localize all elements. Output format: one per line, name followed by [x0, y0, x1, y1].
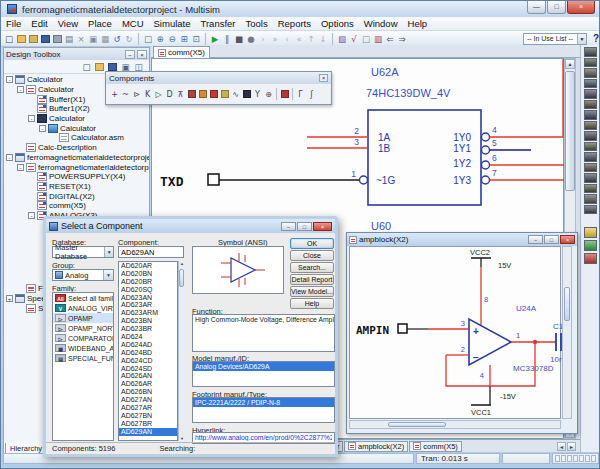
close-icon[interactable]: × — [560, 235, 575, 244]
place-cmos-icon[interactable]: ⊼ — [175, 87, 186, 101]
remove-breakpoint-icon[interactable]: ↓ — [317, 32, 329, 45]
scrollbar-thumb[interactable] — [179, 269, 184, 287]
multimeter-icon[interactable] — [584, 47, 597, 57]
erc-check-icon[interactable]: √ — [348, 32, 360, 45]
logic-converter-icon[interactable] — [584, 142, 597, 152]
tree-expander[interactable]: - — [28, 212, 35, 219]
vcc2-label[interactable]: VCC2 — [470, 248, 490, 257]
close-button[interactable]: Close — [290, 250, 334, 261]
component-wizard-icon[interactable]: ▧ — [336, 32, 348, 45]
tree-expander[interactable]: - — [28, 115, 35, 122]
component-item[interactable]: AD624CD — [119, 357, 177, 365]
toggle-breakpoint-icon[interactable]: ↑ — [305, 32, 317, 45]
place-advanced-peripherals-icon[interactable] — [241, 87, 252, 101]
step-out-icon[interactable]: ‹ — [281, 32, 293, 45]
view-model-button[interactable]: View Model... — [290, 286, 334, 297]
spectrum-analyzer-icon[interactable] — [584, 173, 597, 183]
u60-refdes[interactable]: U60 — [371, 220, 391, 232]
step-over-icon[interactable]: » — [269, 32, 281, 45]
place-ttl-icon[interactable]: D — [164, 87, 175, 101]
minimize-panel-icon[interactable]: − — [125, 50, 135, 59]
component-item[interactable]: AD624 — [119, 333, 177, 341]
close-icon[interactable]: × — [319, 74, 328, 82]
tree-item[interactable]: comm(X5) — [28, 201, 149, 211]
place-mcu-icon[interactable] — [279, 87, 290, 101]
scroll-up-icon[interactable]: ▲ — [179, 261, 185, 266]
place-hierarchical-block-icon[interactable]: Γ — [295, 87, 306, 101]
decoder-refdes[interactable]: U62A — [371, 66, 399, 78]
menu-item[interactable]: Simulate — [149, 17, 196, 30]
place-rf-icon[interactable]: Y — [252, 87, 263, 101]
place-transistor-icon[interactable]: K — [142, 87, 153, 101]
capture-region-icon[interactable]: □ — [360, 32, 372, 45]
logic-analyzer-icon[interactable] — [584, 131, 597, 141]
footprint-list[interactable]: IPC-2221A/2222 / PDIP-N-8 — [192, 397, 335, 423]
components-toolbar-title-bar[interactable]: Components × — [106, 72, 331, 84]
component-item[interactable]: AD620BR — [119, 278, 177, 286]
menu-item[interactable]: Place — [83, 17, 117, 30]
txd-terminal[interactable] — [208, 174, 219, 185]
component-item[interactable]: AD620BN — [119, 270, 177, 278]
word-generator-icon[interactable] — [584, 121, 597, 131]
maximize-icon[interactable]: □ — [544, 235, 559, 244]
component-item[interactable]: AD626BN — [119, 388, 177, 396]
component-item[interactable]: AD624BD — [119, 349, 177, 357]
redo-icon[interactable]: ↻ — [123, 32, 135, 45]
tree-item[interactable]: Calculator.asm — [50, 133, 149, 143]
scroll-down-icon[interactable]: ▼ — [179, 436, 185, 441]
component-item[interactable]: AD627AN — [119, 396, 177, 404]
scrollbar-thumb[interactable] — [564, 287, 570, 321]
ni-elvis-icon[interactable] — [584, 240, 597, 251]
opamp-part-number[interactable]: MC33078D — [513, 364, 554, 373]
four-channel-oscilloscope-icon[interactable] — [584, 89, 597, 99]
new-schematic-icon[interactable]: □ — [80, 60, 93, 73]
run-to-cursor-icon[interactable]: « — [293, 32, 305, 45]
sheet-tab[interactable]: ampblock(X2) — [344, 441, 408, 452]
labview-instruments-icon[interactable] — [584, 227, 597, 238]
step-into-icon[interactable]: › — [257, 32, 269, 45]
ampblock-title-bar[interactable]: ampblock(X2) −□× — [347, 233, 577, 246]
print-icon[interactable] — [51, 32, 63, 45]
minimize-icon[interactable]: − — [528, 235, 543, 244]
group-dropdown[interactable]: Analog▼ — [52, 269, 114, 281]
agilent-function-generator-icon[interactable] — [584, 194, 597, 204]
search-button[interactable]: Search... — [290, 262, 334, 273]
model-item[interactable]: Analog Devices/AD629A — [193, 362, 334, 371]
family-item[interactable]: All Select all families — [53, 293, 113, 303]
menu-item[interactable]: Help — [403, 17, 433, 30]
active-analysis-icon[interactable]: ● — [245, 32, 257, 45]
menu-item[interactable]: View — [53, 17, 83, 30]
place-diode-icon[interactable]: ⊳ — [131, 87, 142, 101]
vcc1-label[interactable]: VCC1 — [471, 408, 491, 417]
forward-annotate-icon[interactable]: ⇒ — [396, 32, 408, 45]
component-input[interactable] — [118, 246, 184, 258]
frequency-counter-icon[interactable] — [584, 110, 597, 120]
database-dropdown[interactable]: Master Database▼ — [52, 246, 114, 258]
menu-item[interactable]: File — [1, 17, 26, 30]
back-annotate-icon[interactable]: ⇐ — [384, 32, 396, 45]
component-list-scrollbar[interactable]: ▲ ▼ — [178, 261, 185, 441]
model-list[interactable]: Analog Devices/AD629A — [192, 361, 335, 387]
decoder-part-number[interactable]: 74HC139DW_4V — [366, 87, 451, 99]
component-item[interactable]: AD626AN — [119, 372, 177, 380]
component-item[interactable]: AD626AR — [119, 380, 177, 388]
tree-item[interactable]: RESET(X1) — [28, 182, 149, 192]
wire[interactable] — [490, 60, 565, 137]
close-icon[interactable]: × — [313, 222, 332, 231]
component-item[interactable]: AD627BN — [119, 412, 177, 420]
oscilloscope-icon[interactable] — [584, 79, 597, 89]
grapher-icon[interactable]: ▥ — [372, 32, 384, 45]
menu-item[interactable]: Edit — [26, 17, 52, 30]
tree-item[interactable]: DIGITAL(X2) — [28, 191, 149, 201]
close-button[interactable]: × — [567, 1, 595, 14]
component-item[interactable]: AD629AN — [119, 428, 177, 436]
scrollbar-thumb[interactable] — [565, 71, 575, 191]
footprint-item[interactable]: IPC-2221A/2222 / PDIP-N-8 — [193, 398, 334, 407]
tree-expander[interactable]: + — [6, 295, 13, 302]
distortion-analyzer-icon[interactable] — [584, 163, 597, 173]
stop-icon[interactable]: ■ — [233, 32, 245, 45]
tree-item[interactable]: - ferromagneticmaterialdetectorproject — [17, 162, 149, 172]
in-use-list-dropdown[interactable]: -- In Use List -- ▼ — [523, 33, 587, 45]
place-basic-icon[interactable]: ~ — [120, 87, 131, 101]
tree-expander[interactable]: - — [39, 125, 46, 132]
